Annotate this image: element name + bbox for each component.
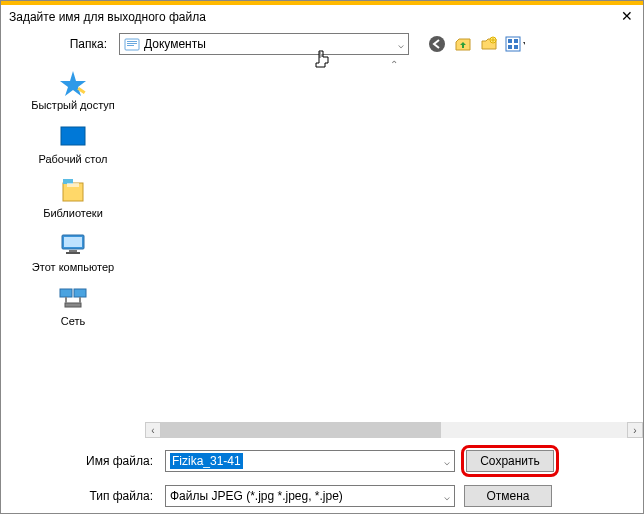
scroll-track[interactable]: [161, 422, 627, 438]
chevron-down-icon: ⌵: [398, 39, 404, 50]
sidebar-item-desktop[interactable]: Рабочий стол: [5, 119, 141, 169]
up-one-level-button[interactable]: [453, 34, 473, 54]
filename-label: Имя файла:: [9, 454, 159, 468]
main-area: Быстрый доступ Рабочий стол Библиотеки Э…: [1, 59, 643, 439]
svg-rect-2: [127, 43, 137, 44]
svg-rect-10: [514, 45, 518, 49]
filetype-row: Тип файла: Файлы JPEG (*.jpg *.jpeg, *.j…: [9, 483, 635, 509]
svg-point-4: [429, 36, 445, 52]
svg-rect-0: [125, 39, 139, 50]
chevron-down-icon: ⌵: [444, 456, 450, 467]
this-pc-icon: [57, 231, 89, 259]
svg-rect-23: [65, 303, 81, 307]
scroll-thumb[interactable]: [161, 422, 441, 438]
filetype-dropdown[interactable]: Файлы JPEG (*.jpg *.jpeg, *.jpe) ⌵: [165, 485, 455, 507]
filename-input[interactable]: Fizika_31-41 ⌵: [165, 450, 455, 472]
svg-rect-1: [127, 41, 137, 42]
collapse-chevron-icon[interactable]: ⌃: [145, 59, 643, 73]
svg-rect-19: [69, 250, 77, 252]
filetype-value: Файлы JPEG (*.jpg *.jpeg, *.jpe): [170, 489, 343, 503]
sidebar-item-label: Быстрый доступ: [31, 99, 115, 111]
sidebar-item-label: Сеть: [61, 315, 85, 327]
desktop-icon: [57, 123, 89, 151]
cancel-button-label: Отмена: [486, 489, 529, 503]
filename-row: Имя файла: Fizika_31-41 ⌵ Сохранить: [9, 445, 635, 477]
scroll-right-arrow[interactable]: ›: [627, 422, 643, 438]
svg-rect-12: [61, 127, 85, 145]
file-listing[interactable]: [145, 73, 643, 421]
close-button[interactable]: ✕: [619, 9, 635, 25]
scroll-left-arrow[interactable]: ‹: [145, 422, 161, 438]
libraries-icon: [57, 177, 89, 205]
sidebar-item-this-pc[interactable]: Этот компьютер: [5, 227, 141, 277]
new-folder-button[interactable]: [479, 34, 499, 54]
svg-rect-7: [508, 39, 512, 43]
file-listing-area: ⌃ ‹ ›: [145, 59, 643, 439]
quick-access-icon: [57, 69, 89, 97]
cancel-button-wrap: Отмена: [461, 483, 555, 509]
view-menu-button[interactable]: [505, 34, 525, 54]
filename-value: Fizika_31-41: [170, 453, 243, 469]
network-icon: [57, 285, 89, 313]
svg-rect-9: [508, 45, 512, 49]
sidebar-item-network[interactable]: Сеть: [5, 281, 141, 331]
window-title: Задайте имя для выходного файла: [9, 10, 206, 24]
svg-rect-21: [60, 289, 72, 297]
filetype-label: Тип файла:: [9, 489, 159, 503]
back-button[interactable]: [427, 34, 447, 54]
folder-dropdown-value: Документы: [144, 37, 206, 51]
svg-rect-3: [127, 45, 134, 46]
sidebar-item-quick-access[interactable]: Быстрый доступ: [5, 65, 141, 115]
nav-toolbar: [427, 34, 525, 54]
svg-rect-16: [67, 183, 79, 187]
cancel-button[interactable]: Отмена: [464, 485, 552, 507]
titlebar: Задайте имя для выходного файла ✕: [1, 5, 643, 31]
save-button-label: Сохранить: [480, 454, 540, 468]
sidebar-item-label: Библиотеки: [43, 207, 103, 219]
svg-rect-18: [64, 237, 82, 247]
sidebar-item-libraries[interactable]: Библиотеки: [5, 173, 141, 223]
svg-rect-22: [74, 289, 86, 297]
folder-dropdown[interactable]: Документы ⌵: [119, 33, 409, 55]
svg-rect-20: [66, 252, 80, 254]
save-button-highlight: Сохранить: [461, 445, 559, 477]
save-button[interactable]: Сохранить: [466, 450, 554, 472]
sidebar-item-label: Этот компьютер: [32, 261, 114, 273]
documents-folder-icon: [124, 36, 140, 52]
folder-row: Папка: Документы ⌵: [1, 31, 643, 59]
horizontal-scrollbar[interactable]: ‹ ›: [145, 421, 643, 439]
sidebar-item-label: Рабочий стол: [38, 153, 107, 165]
folder-label: Папка:: [9, 37, 113, 51]
svg-rect-8: [514, 39, 518, 43]
places-sidebar: Быстрый доступ Рабочий стол Библиотеки Э…: [1, 59, 145, 439]
bottom-panel: Имя файла: Fizika_31-41 ⌵ Сохранить Тип …: [1, 439, 643, 514]
chevron-down-icon: ⌵: [444, 491, 450, 502]
